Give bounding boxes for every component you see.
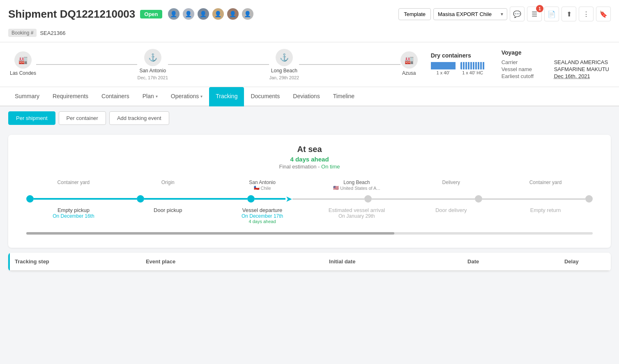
- voyage-row-2: Earliest cutoff Dec 16th, 2021: [502, 73, 609, 79]
- bookmark-icon: 🔖: [599, 10, 607, 18]
- event-2: Vessel departure On December 17th 4 days…: [215, 207, 310, 224]
- route-label-1: San Antonio: [139, 68, 166, 74]
- at-sea-title: At sea: [18, 145, 601, 154]
- more-icon: ⋮: [583, 10, 589, 18]
- tab-timeline[interactable]: Timeline: [327, 87, 361, 106]
- tab-requirements[interactable]: Requirements: [46, 87, 95, 106]
- track-dot-2: [247, 195, 255, 203]
- booking-label: Booking #: [8, 29, 37, 37]
- node-sub-3: 🇺🇸 United States of A...: [309, 185, 404, 191]
- event-label-5: Empty return: [530, 207, 561, 213]
- voyage-row-0: Carrier SEALAND AMERICAS: [502, 59, 609, 65]
- chevron-down-icon: ▾: [200, 94, 202, 99]
- shipment-title: Shipment DQ1221210003: [8, 8, 135, 21]
- booking-value: SEA21366: [40, 30, 65, 36]
- tab-tracking[interactable]: Tracking: [209, 87, 244, 106]
- event-note-2: 4 days ahead: [249, 219, 276, 224]
- days-ahead: 4 days ahead: [18, 156, 601, 163]
- route-node-2: ⚓ Long Beach Jan, 29th 2022: [269, 49, 299, 80]
- table-header-initial-date: Initial date: [277, 258, 408, 265]
- anchor-icon-2: ⚓: [276, 49, 293, 66]
- tab-plan-label: Plan: [143, 93, 154, 99]
- per-container-button[interactable]: Per container: [59, 111, 106, 125]
- voyage-info: Voyage Carrier SEALAND AMERICAS Vessel n…: [502, 49, 609, 80]
- chat-button[interactable]: 💬: [510, 7, 525, 21]
- table-header-event-place: Event place: [146, 258, 277, 265]
- track-dot-empty-3: [364, 195, 372, 203]
- tab-summary-label: Summary: [15, 93, 39, 99]
- template-select[interactable]: Masisa EXPORT Chile: [433, 8, 507, 20]
- tab-tracking-label: Tracking: [216, 93, 237, 99]
- tab-containers-label: Containers: [101, 93, 129, 99]
- avatar: 👤: [197, 7, 210, 21]
- event-date-2: On December 17th: [242, 213, 283, 219]
- tab-requirements-label: Requirements: [53, 93, 88, 99]
- track-line-todo-2: [482, 198, 585, 200]
- document-button[interactable]: 📄: [544, 7, 559, 21]
- voyage-val-2: Dec 16th, 2021: [554, 73, 590, 79]
- event-date-0: On December 16th: [53, 213, 94, 219]
- scroll-thumb: [26, 232, 394, 235]
- voyage-row-1: Vessel name SAFMARINE MAKUTU: [502, 66, 609, 72]
- route-timeline: 🏭 Las Condes ⚓ San Antonio Dec, 17th 202…: [10, 49, 418, 80]
- template-label-button[interactable]: Template: [398, 8, 431, 20]
- tab-summary[interactable]: Summary: [8, 87, 46, 106]
- tab-containers[interactable]: Containers: [95, 87, 136, 106]
- table-header-delay: Delay: [539, 258, 604, 265]
- container-bar-label-1: 1 x 40' HC: [462, 70, 483, 75]
- event-3: Estimated vessel arrival On January 29th: [309, 207, 404, 224]
- route-node-0: 🏭 Las Condes: [10, 51, 36, 78]
- track-dot-0: [26, 195, 34, 203]
- route-line: [36, 64, 137, 65]
- header-top-row: Shipment DQ1221210003 Open 👤 👤 👤 👤 👤 👤 T…: [8, 7, 611, 26]
- table-header-tracking-step: Tracking step: [15, 258, 146, 265]
- table-left-accent: [8, 253, 10, 270]
- sub-header: Per shipment Per container Add tracking …: [0, 106, 619, 130]
- event-0: Empty pickup On December 16th: [26, 207, 121, 224]
- tab-documents[interactable]: Documents: [244, 87, 286, 106]
- node-top-0: Container yard: [26, 180, 121, 185]
- journey-events: Empty pickup On December 16th Door picku…: [26, 207, 593, 224]
- node-top-3: Long Beach: [309, 180, 404, 185]
- tab-deviations[interactable]: Deviations: [286, 87, 326, 106]
- add-tracking-event-button[interactable]: Add tracking event: [109, 111, 169, 125]
- bookmark-button[interactable]: 🔖: [596, 7, 611, 21]
- scroll-track: [26, 232, 593, 235]
- route-node-1: ⚓ San Antonio Dec, 17th 2021: [137, 49, 168, 80]
- voyage-key-0: Carrier: [502, 59, 551, 65]
- chevron-down-icon: ▾: [156, 94, 158, 99]
- voyage-key-1: Vessel name: [502, 66, 551, 72]
- avatar: 👤: [167, 7, 180, 21]
- document-icon: 📄: [548, 10, 556, 18]
- share-button[interactable]: ⬆: [561, 7, 576, 21]
- track-line-todo-0: [292, 198, 365, 200]
- track-line-todo-1: [372, 198, 475, 200]
- table-header-date: Date: [408, 258, 539, 265]
- share-icon: ⬆: [566, 10, 572, 18]
- track-arrow-icon: ➤: [285, 194, 292, 204]
- avatar: 👤: [241, 7, 254, 21]
- container-bar-1: 1 x 40' HC: [460, 62, 485, 75]
- node-top-4: Delivery: [404, 180, 498, 185]
- per-shipment-button[interactable]: Per shipment: [8, 111, 55, 125]
- tab-timeline-label: Timeline: [333, 93, 354, 99]
- track-line-done-0: [34, 198, 137, 200]
- list-button[interactable]: ☰ 1: [527, 7, 542, 21]
- booking-row: Booking # SEA21366: [8, 26, 611, 42]
- final-est-text: Final estimation -: [279, 164, 320, 170]
- node-top-5: Container yard: [498, 180, 593, 185]
- track-dot-empty-4: [475, 195, 482, 203]
- route-section: 🏭 Las Condes ⚓ San Antonio Dec, 17th 202…: [0, 42, 619, 87]
- tab-plan[interactable]: Plan ▾: [136, 87, 164, 106]
- avatars-group: 👤 👤 👤 👤 👤 👤: [167, 7, 254, 21]
- more-button[interactable]: ⋮: [579, 7, 594, 21]
- event-4: Door delivery: [404, 207, 498, 224]
- tab-operations[interactable]: Operations ▾: [164, 87, 209, 106]
- track-dot-empty-5: [585, 195, 593, 203]
- event-label-1: Door pickup: [154, 207, 182, 213]
- table-section: Tracking step Event place Initial date D…: [8, 253, 611, 271]
- container-graphic-1: [460, 62, 485, 69]
- voyage-key-2: Earliest cutoff: [502, 73, 551, 79]
- list-icon: ☰: [532, 10, 537, 18]
- avatar: 👤: [212, 7, 225, 21]
